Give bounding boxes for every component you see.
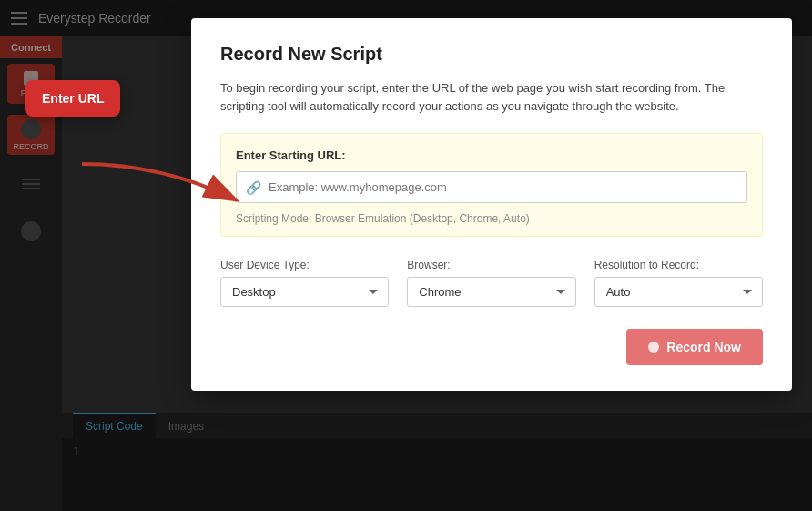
enter-url-tooltip: Enter URL — [25, 80, 120, 117]
record-dot-icon — [648, 342, 659, 353]
resolution-select[interactable]: Auto 1920x1080 1366x768 1280x800 — [594, 277, 763, 307]
browser-select[interactable]: Chrome Firefox Safari Edge — [407, 277, 575, 307]
device-type-label: User Device Type: — [220, 259, 389, 271]
scripting-mode-text: Scripting Mode: Browser Emulation (Deskt… — [236, 212, 747, 225]
url-input-wrapper: 🔗 — [236, 171, 747, 203]
dropdowns-row: User Device Type: Desktop Mobile Tablet … — [220, 259, 763, 307]
resolution-group: Resolution to Record: Auto 1920x1080 136… — [594, 259, 763, 307]
modal-dialog: Record New Script To begin recording you… — [191, 18, 792, 391]
url-section: Enter Starting URL: 🔗 Scripting Mode: Br… — [220, 133, 763, 237]
record-now-label: Record Now — [666, 340, 741, 354]
browser-label: Browser: — [407, 259, 575, 271]
device-type-group: User Device Type: Desktop Mobile Tablet — [220, 259, 389, 307]
device-type-select[interactable]: Desktop Mobile Tablet — [220, 277, 389, 307]
modal-footer: Record Now — [220, 329, 763, 365]
browser-group: Browser: Chrome Firefox Safari Edge — [407, 259, 575, 307]
url-input[interactable] — [269, 172, 737, 202]
arrow-indicator — [73, 155, 255, 219]
modal-description: To begin recording your script, enter th… — [220, 79, 763, 115]
modal-title: Record New Script — [220, 44, 763, 65]
resolution-label: Resolution to Record: — [594, 259, 763, 271]
record-now-button[interactable]: Record Now — [626, 329, 763, 365]
url-label: Enter Starting URL: — [236, 148, 747, 162]
